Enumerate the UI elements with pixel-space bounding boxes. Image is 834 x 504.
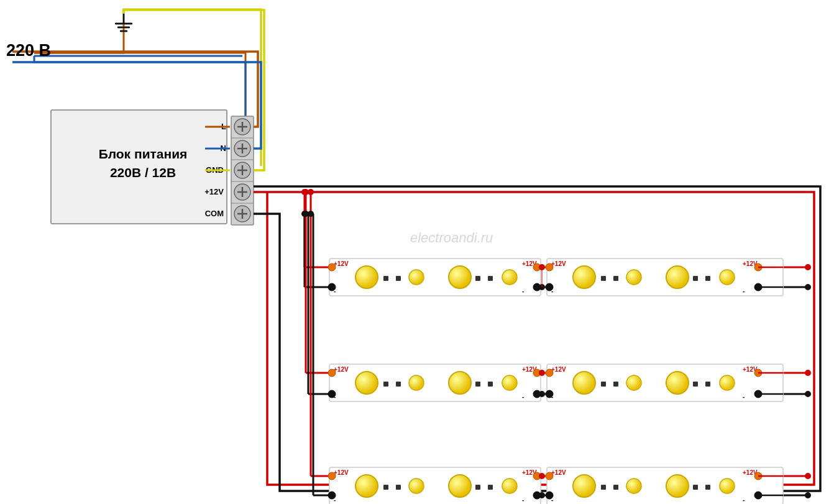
svg-point-58 — [355, 266, 378, 288]
svg-point-69 — [328, 283, 336, 291]
svg-rect-82 — [613, 276, 618, 281]
svg-text:-: - — [743, 393, 745, 400]
svg-text:+12V: +12V — [522, 366, 537, 373]
svg-rect-122 — [705, 382, 710, 387]
svg-point-97 — [409, 375, 424, 390]
svg-text:Блок питания: Блок питания — [99, 147, 188, 161]
svg-point-133 — [328, 472, 336, 480]
svg-point-177 — [303, 211, 309, 217]
svg-rect-6 — [231, 116, 254, 225]
svg-point-23 — [234, 206, 250, 222]
svg-point-145 — [328, 492, 336, 499]
svg-point-79 — [666, 266, 689, 288]
svg-rect-141 — [488, 485, 493, 490]
svg-point-118 — [720, 375, 735, 390]
svg-rect-102 — [475, 382, 480, 387]
svg-text:+12V: +12V — [522, 469, 537, 476]
svg-text:GND: GND — [206, 165, 224, 175]
svg-rect-159 — [693, 485, 698, 490]
wiring-svg: L N GND +12V COM — [0, 0, 834, 504]
svg-point-185 — [539, 264, 545, 270]
svg-point-71 — [533, 283, 541, 291]
svg-point-20 — [234, 184, 250, 200]
svg-point-174 — [301, 211, 308, 217]
svg-text:+12V: +12V — [551, 366, 566, 373]
svg-point-183 — [805, 391, 811, 397]
svg-text:L: L — [221, 122, 226, 131]
svg-rect-62 — [383, 276, 388, 281]
svg-point-14 — [234, 140, 250, 157]
svg-point-11 — [234, 119, 250, 135]
svg-point-135 — [409, 479, 424, 493]
svg-point-187 — [539, 370, 545, 376]
svg-point-99 — [502, 375, 517, 390]
svg-point-162 — [754, 472, 762, 480]
svg-text:+12V: +12V — [522, 260, 537, 267]
svg-text:+12V: +12V — [334, 469, 349, 476]
svg-text:220В / 12В: 220В / 12В — [110, 165, 176, 180]
svg-point-59 — [409, 270, 424, 285]
svg-point-57 — [328, 263, 336, 271]
svg-text:-: - — [551, 393, 553, 400]
svg-text:COM: COM — [205, 209, 224, 218]
svg-text:-: - — [522, 497, 524, 503]
svg-rect-55 — [329, 259, 541, 296]
svg-rect-65 — [488, 276, 493, 281]
svg-text:+12V: +12V — [334, 366, 349, 373]
svg-rect-160 — [705, 485, 710, 490]
svg-point-80 — [720, 270, 735, 285]
svg-rect-63 — [396, 276, 401, 281]
svg-text:+12V: +12V — [551, 469, 566, 476]
svg-point-143 — [533, 472, 541, 480]
svg-text:-: - — [522, 393, 524, 400]
svg-point-181 — [805, 473, 811, 479]
svg-text:220 В: 220 В — [6, 41, 51, 60]
svg-point-189 — [539, 473, 545, 479]
svg-point-179 — [805, 264, 811, 270]
svg-rect-150 — [547, 467, 783, 504]
svg-point-98 — [449, 372, 471, 394]
svg-point-186 — [539, 284, 545, 290]
svg-point-176 — [308, 189, 314, 195]
svg-point-166 — [754, 492, 762, 499]
svg-point-60 — [449, 266, 471, 288]
svg-point-137 — [502, 479, 517, 493]
svg-text:+12V: +12V — [743, 469, 758, 476]
svg-point-188 — [539, 391, 545, 397]
svg-point-175 — [303, 189, 309, 195]
svg-point-76 — [546, 263, 553, 271]
svg-text:N: N — [221, 144, 226, 153]
svg-point-190 — [539, 492, 545, 498]
svg-rect-83 — [693, 276, 698, 281]
svg-text:-: - — [743, 288, 745, 295]
svg-text:-: - — [522, 288, 524, 295]
svg-rect-121 — [693, 382, 698, 387]
svg-point-95 — [328, 369, 336, 377]
svg-text:+12V: +12V — [204, 187, 224, 196]
svg-point-126 — [546, 390, 553, 398]
svg-point-96 — [355, 372, 378, 394]
svg-point-115 — [573, 372, 595, 394]
svg-rect-139 — [396, 485, 401, 490]
svg-point-88 — [546, 283, 553, 291]
svg-rect-74 — [547, 259, 783, 296]
svg-point-155 — [666, 475, 689, 497]
svg-rect-131 — [329, 467, 541, 504]
svg-point-153 — [573, 475, 595, 497]
svg-point-124 — [754, 369, 762, 377]
svg-point-173 — [301, 189, 308, 195]
svg-point-147 — [533, 492, 541, 499]
svg-rect-81 — [601, 276, 606, 281]
svg-text:-: - — [551, 288, 553, 295]
svg-point-17 — [234, 162, 250, 178]
svg-point-136 — [449, 475, 471, 497]
svg-text:-: - — [551, 497, 553, 503]
svg-rect-119 — [601, 382, 606, 387]
svg-rect-93 — [329, 364, 541, 401]
svg-rect-101 — [396, 382, 401, 387]
svg-text:+12V: +12V — [334, 260, 349, 267]
svg-rect-5 — [51, 110, 227, 224]
svg-rect-112 — [547, 364, 783, 401]
svg-point-180 — [805, 370, 811, 376]
svg-rect-158 — [613, 485, 618, 490]
